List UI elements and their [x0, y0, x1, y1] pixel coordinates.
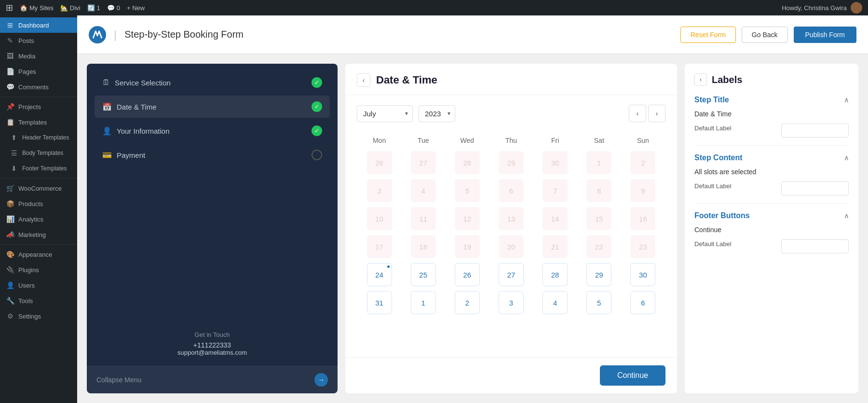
table-row[interactable]: 2	[446, 289, 488, 316]
table-row[interactable]: 28	[534, 261, 577, 288]
table-row: 6	[489, 177, 532, 204]
table-row[interactable]: 26	[446, 261, 488, 288]
step-content-default-label-row: Default Label	[694, 181, 849, 195]
analytics-icon: 📊	[6, 215, 14, 223]
wp-logo-icon[interactable]: ⊞	[6, 2, 13, 13]
user-greeting[interactable]: Howdy, Christina Gwira	[782, 4, 847, 12]
payment-icon: 💳	[102, 151, 112, 160]
step-title-chevron[interactable]: ∧	[844, 96, 849, 104]
booking-contact: Get in Touch +111222333 support@ameliatm…	[87, 321, 338, 366]
step-your-information[interactable]: 👤 Your Information ✓	[95, 120, 330, 142]
weekday-sat: Sat	[578, 133, 621, 148]
sidebar-item-footer-templates[interactable]: ⬇ Footer Templates	[0, 161, 77, 176]
weekday-tue: Tue	[402, 133, 445, 148]
table-row[interactable]: 31	[358, 289, 401, 316]
footer-buttons-continue-row: Continue	[694, 226, 849, 234]
collapse-menu[interactable]: Collapse Menu →	[87, 366, 338, 393]
calendar-prev-button[interactable]: ‹	[629, 105, 646, 122]
publish-form-button[interactable]: Publish Form	[794, 27, 856, 43]
plugins-icon: 🔌	[6, 266, 14, 274]
calendar-back-icon: ‹	[363, 76, 365, 84]
reset-form-button[interactable]: Reset Form	[680, 27, 736, 43]
month-select[interactable]: JanuaryFebruaryMarch AprilMayJune JulyAu…	[357, 105, 413, 122]
table-row[interactable]: 29	[578, 261, 621, 288]
step-your-information-check: ✓	[312, 125, 322, 136]
footer-templates-icon: ⬇	[10, 165, 18, 172]
sidebar-item-dashboard[interactable]: ⊞ Dashboard	[0, 17, 77, 33]
continue-button[interactable]: Continue	[600, 365, 665, 386]
step-content-label-input[interactable]	[781, 181, 849, 195]
step-content-chevron[interactable]: ∧	[844, 154, 849, 162]
sidebar-item-woocommerce[interactable]: 🛒 WooCommerce	[0, 181, 77, 196]
step-date-time[interactable]: 📅 Date & Time ✓	[95, 96, 330, 118]
table-row[interactable]: 5	[578, 289, 621, 316]
appearance-icon: 🎨	[6, 250, 14, 258]
step-title-label-input[interactable]	[781, 124, 849, 138]
labels-title: Labels	[712, 74, 742, 85]
sidebar-item-appearance[interactable]: 🎨 Appearance	[0, 247, 77, 262]
table-row: 4	[402, 177, 445, 204]
table-row[interactable]: 4	[534, 289, 577, 316]
collapse-menu-label: Collapse Menu	[96, 376, 141, 384]
table-row: 27	[402, 149, 445, 176]
collapse-menu-button[interactable]: →	[314, 373, 328, 387]
sidebar-item-body-templates[interactable]: ☰ Body Templates	[0, 145, 77, 161]
sidebar-item-products[interactable]: 📦 Products	[0, 196, 77, 211]
comments-count[interactable]: 💬 0	[107, 4, 120, 12]
table-row: 23	[622, 233, 665, 260]
year-select[interactable]: 202220232024	[419, 105, 455, 122]
table-row[interactable]: 24	[358, 261, 401, 288]
pages-icon: 📄	[6, 68, 14, 75]
weekday-sun: Sun	[622, 133, 665, 148]
footer-buttons-label-input[interactable]	[781, 239, 849, 253]
month-select-wrapper: JanuaryFebruaryMarch AprilMayJune JulyAu…	[357, 105, 413, 122]
service-selection-icon: 🗓	[102, 78, 110, 87]
sidebar-item-pages[interactable]: 📄 Pages	[0, 64, 77, 79]
sidebar-item-media[interactable]: 🖼 Media	[0, 48, 77, 64]
table-row[interactable]: 30	[622, 261, 665, 288]
table-row[interactable]: 27	[489, 261, 532, 288]
table-row[interactable]: 25	[402, 261, 445, 288]
calendar-back-button[interactable]: ‹	[357, 73, 370, 87]
step-payment[interactable]: 💳 Payment	[95, 144, 330, 166]
sidebar-item-projects[interactable]: 📌 Projects	[0, 99, 77, 114]
footer-buttons-chevron[interactable]: ∧	[844, 212, 849, 220]
table-row: 3	[358, 177, 401, 204]
sidebar-item-posts[interactable]: ✎ Posts	[0, 33, 77, 48]
wp-admin-bar: ⊞ 🏠 My Sites 🏡 Divi 🔄 1 💬 0 + New Howdy,…	[0, 0, 868, 15]
table-row: 15	[578, 205, 621, 232]
weekday-fri: Fri	[534, 133, 577, 148]
sidebar-item-comments[interactable]: 💬 Comments	[0, 79, 77, 95]
footer-buttons-section: Footer Buttons ∧ Continue Default Label	[694, 211, 849, 253]
step-content-section-header: Step Content ∧	[694, 153, 849, 162]
go-back-button[interactable]: Go Back	[742, 27, 788, 43]
sidebar-item-tools[interactable]: 🔧 Tools	[0, 293, 77, 308]
new-menu[interactable]: + New	[127, 4, 145, 12]
sidebar-item-analytics[interactable]: 📊 Analytics	[0, 211, 77, 227]
labels-back-button[interactable]: ‹	[694, 73, 707, 86]
step-content-default-label: Default Label	[694, 182, 777, 190]
comments-icon: 💬	[6, 83, 14, 91]
step-service-selection[interactable]: 🗓 Service Selection ✓	[95, 71, 330, 94]
sidebar-item-settings[interactable]: ⚙ Settings	[0, 308, 77, 324]
sidebar-item-templates[interactable]: 📋 Templates	[0, 114, 77, 130]
site-name[interactable]: 🏡 Divi	[60, 4, 81, 12]
sidebar-item-users[interactable]: 👤 Users	[0, 278, 77, 293]
table-row: 28	[446, 149, 488, 176]
updates-count[interactable]: 🔄 1	[87, 4, 100, 12]
calendar-next-button[interactable]: ›	[648, 105, 665, 122]
your-information-icon: 👤	[102, 126, 112, 136]
table-row[interactable]: 6	[622, 289, 665, 316]
sidebar-item-marketing[interactable]: 📣 Marketing	[0, 227, 77, 242]
table-row: 8	[578, 177, 621, 204]
sidebar-item-header-templates[interactable]: ⬆ Header Templates	[0, 130, 77, 145]
table-row[interactable]: 3	[489, 289, 532, 316]
table-row: 16	[622, 205, 665, 232]
sidebar-item-plugins[interactable]: 🔌 Plugins	[0, 262, 77, 278]
step-title-section-header: Step Title ∧	[694, 96, 849, 104]
table-row[interactable]: 1	[402, 289, 445, 316]
my-sites-menu[interactable]: 🏠 My Sites	[20, 4, 54, 12]
user-avatar[interactable]	[851, 2, 862, 14]
weekday-thu: Thu	[489, 133, 532, 148]
table-row: 11	[402, 205, 445, 232]
